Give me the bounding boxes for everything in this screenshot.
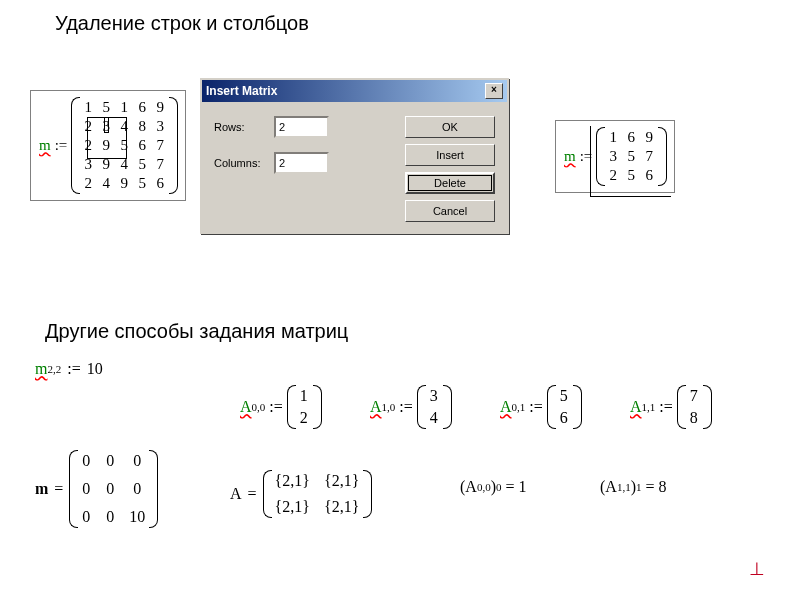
dialog-title: Insert Matrix [206,84,277,98]
matrix-cell: 0 [105,508,115,526]
matrix-block-right: m := 169357256 [555,120,675,193]
matrix-cell: 6 [559,409,569,427]
matrix-cell: {2,1} [324,498,359,516]
matrix-cell: 5 [119,137,129,154]
matrix-cell: 4 [429,409,439,427]
matrix-cell: 5 [626,148,636,165]
matrix-cell: 2 [83,118,93,135]
matrix-cell: 6 [626,129,636,146]
eq-op: = [505,478,514,496]
red-cursor-mark: ⊥ [749,558,765,580]
matrix-cell: 1 [299,387,309,405]
matrix-cell: 2 [608,167,618,184]
a-assign: A1,1:=78 [630,385,711,429]
matrix-cell: 6 [137,99,147,116]
matrix-cell: 0 [105,452,115,470]
matrix-cell: 3 [608,148,618,165]
insert-matrix-dialog: Insert Matrix × Rows: Columns: OK Insert… [200,78,509,234]
assign-op: := [659,398,672,416]
matrix-cell: 0 [81,508,91,526]
close-button[interactable]: × [485,83,503,99]
matrix-cell: 3 [429,387,439,405]
matrix-cell: 4 [119,156,129,173]
matrix-cell: 5 [137,175,147,192]
result-val: 1 [519,478,527,496]
matrix-cell: 7 [644,148,654,165]
assign-m22: m 2,2 := 10 [35,360,103,378]
rows-input[interactable] [274,116,329,138]
assign-op: := [67,360,80,378]
a-sub: 1,1 [642,401,656,413]
var-A: A [605,478,617,496]
assign-op: := [529,398,542,416]
a-assign: A1,0:=34 [370,385,451,429]
matrix-cell: 9 [644,129,654,146]
columns-input[interactable] [274,152,329,174]
heading-other: Другие способы задания матриц [45,320,348,343]
cancel-button[interactable]: Cancel [405,200,495,222]
a-sub: 0,1 [512,401,526,413]
matrix-cell: 7 [155,137,165,154]
a-result: A = {2,1}{2,1}{2,1}{2,1} [230,470,371,518]
matrix-cell: 9 [155,99,165,116]
rows-label: Rows: [214,121,274,133]
matrix-cell: 1 [119,99,129,116]
matrix-cell: 5 [626,167,636,184]
outer-sub: 1,1 [617,481,631,493]
matrix-cell: 0 [105,480,115,498]
matrix-cell: 5 [559,387,569,405]
var-m: m [35,360,47,378]
matrix-cell: 1 [83,99,93,116]
var-A: A [370,398,382,416]
dialog-titlebar[interactable]: Insert Matrix × [202,80,507,102]
a-indexed-result: (A0,0)0=1 [460,478,527,496]
inner-sub: 1 [636,481,642,493]
matrix-cell: 6 [644,167,654,184]
matrix-cell: 9 [101,137,111,154]
var-m: m [35,480,48,498]
assign-op: := [269,398,282,416]
eq-op: = [248,485,257,503]
insert-button[interactable]: Insert [405,144,495,166]
assign-op: := [55,137,68,154]
matrix-cell: 5 [137,156,147,173]
matrix-cell: 3 [101,118,111,135]
matrix-cell: 0 [129,452,145,470]
matrix-cell: 0 [129,480,145,498]
matrix-block-left: m := 1516923483295673945724956 [30,90,186,201]
eq-op: = [54,480,63,498]
delete-button[interactable]: Delete [405,172,495,194]
var-A: A [465,478,477,496]
a-assign: A0,1:=56 [500,385,581,429]
matrix-var-m: m [564,148,576,165]
a-assign: A0,0:=12 [240,385,321,429]
var-A: A [230,485,242,503]
matrix-cell: 0 [81,452,91,470]
matrix-var-m: m [39,137,51,154]
matrix-cell: 4 [119,118,129,135]
a-sub: 1,0 [382,401,396,413]
matrix-cell: {2,1} [275,498,310,516]
matrix-cell: 9 [101,156,111,173]
matrix-cell: {2,1} [275,472,310,490]
matrix-cell: 9 [119,175,129,192]
var-A: A [500,398,512,416]
matrix-cell: 7 [155,156,165,173]
ok-button[interactable]: OK [405,116,495,138]
matrix-cell: 7 [689,387,699,405]
columns-label: Columns: [214,157,274,169]
heading-delete: Удаление строк и столбцов [55,12,309,35]
outer-sub: 0,0 [477,481,491,493]
matrix-cell: 5 [101,99,111,116]
matrix-cell: 1 [608,129,618,146]
result-val: 8 [659,478,667,496]
matrix-cell: 6 [137,137,147,154]
matrix-cell: 2 [83,137,93,154]
m-result: m = 0000000010 [35,450,157,528]
matrix-cell: 10 [129,508,145,526]
a-indexed-result: (A1,1)1=8 [600,478,667,496]
matrix-left: 1516923483295673945724956 [71,97,177,194]
inner-sub: 0 [496,481,502,493]
a-sub: 0,0 [252,401,266,413]
var-A: A [630,398,642,416]
